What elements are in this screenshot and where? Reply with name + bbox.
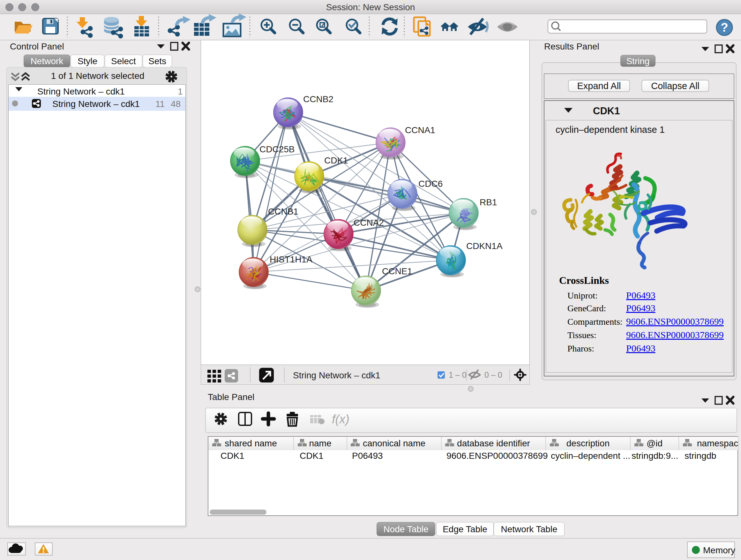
svg-text:0 – 0: 0 – 0 [484,370,502,379]
svg-text:?: ? [721,21,728,34]
svg-text:1 – 0: 1 – 0 [449,370,467,379]
svg-text:f(x): f(x) [332,413,349,426]
